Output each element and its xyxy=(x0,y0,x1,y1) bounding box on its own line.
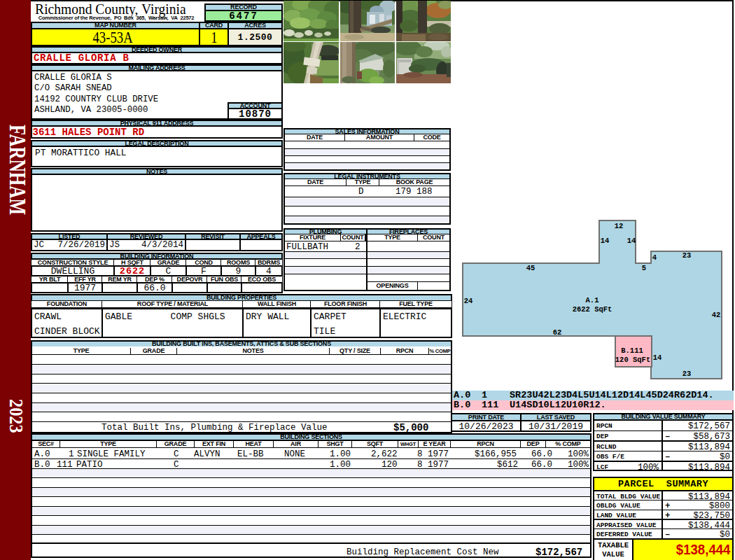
svg-text:B.111: B.111 xyxy=(621,346,643,355)
svg-text:14: 14 xyxy=(627,237,636,245)
svg-text:A.1: A.1 xyxy=(586,296,599,304)
svg-text:24: 24 xyxy=(464,297,473,305)
svg-text:5: 5 xyxy=(642,264,646,272)
svg-text:2622 SqFt: 2622 SqFt xyxy=(573,305,612,314)
svg-text:4: 4 xyxy=(652,253,657,262)
svg-text:42: 42 xyxy=(712,311,721,319)
svg-text:120 SqFt: 120 SqFt xyxy=(615,356,650,364)
svg-text:62: 62 xyxy=(553,328,562,337)
svg-text:12: 12 xyxy=(615,222,624,230)
svg-text:23: 23 xyxy=(682,370,692,378)
svg-text:45: 45 xyxy=(526,264,536,272)
svg-text:14: 14 xyxy=(653,354,662,362)
svg-text:23: 23 xyxy=(682,251,692,260)
svg-text:14: 14 xyxy=(601,237,610,245)
